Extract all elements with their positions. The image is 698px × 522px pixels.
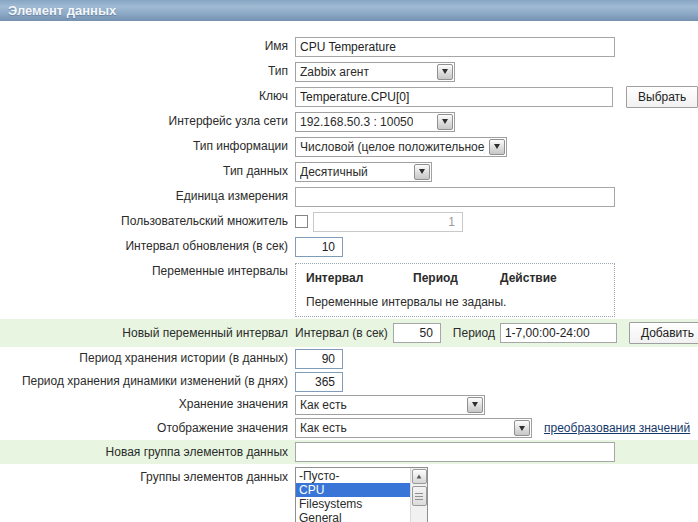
show-value-label: Отображение значения [0, 418, 295, 439]
multiplier-field [313, 212, 463, 232]
row-new-flexible: Новый переменный интервал Интервал (в се… [0, 319, 698, 347]
store-value-label: Хранение значения [0, 394, 295, 415]
name-field[interactable] [295, 37, 615, 57]
trends-label: Период хранения динамики изменений (в дн… [0, 371, 295, 392]
units-field[interactable] [295, 187, 615, 207]
row-flexible-intervals: Переменные интервалы Интервал Период Дей… [0, 259, 698, 319]
history-field[interactable] [295, 349, 343, 369]
row-multiplier: Пользовательский множитель [0, 209, 698, 234]
row-history: Период хранения истории (в данных) [0, 347, 698, 370]
type-select[interactable]: Zabbix агент [295, 62, 455, 82]
new-application-label: Новая группа элементов данных [0, 442, 295, 463]
flexible-intervals-label: Переменные интервалы [0, 261, 295, 282]
item-form: Имя Тип Zabbix агент Ключ Выбрать Интерф… [0, 21, 698, 522]
flex-col-period: Период [413, 271, 500, 285]
applications-listbox[interactable]: -Пусто- CPU Filesystems General Memory [295, 467, 428, 522]
applications-label: Группы элементов данных [0, 467, 295, 488]
scroll-up-icon[interactable] [412, 469, 427, 484]
multiplier-label: Пользовательский множитель [0, 211, 295, 232]
new-interval-sublabel: Интервал (в сек) [295, 323, 388, 343]
key-label: Ключ [0, 86, 295, 107]
row-trends: Период хранения динамики изменений (в дн… [0, 370, 698, 393]
flexible-intervals-box: Интервал Период Действие Переменные инте… [295, 263, 615, 317]
new-interval-field[interactable] [393, 323, 441, 343]
new-period-field[interactable] [500, 323, 617, 343]
units-label: Единица измерения [0, 186, 295, 207]
value-mapping-link[interactable]: преобразования значений [544, 421, 690, 435]
chevron-down-icon [437, 64, 453, 80]
chevron-down-icon [489, 139, 505, 155]
new-flexible-label: Новый переменный интервал [0, 323, 295, 344]
update-interval-field[interactable] [295, 237, 343, 257]
type-label: Тип [0, 61, 295, 82]
add-interval-button[interactable]: Добавить [629, 322, 698, 344]
listbox-option-selected[interactable]: CPU [296, 483, 410, 497]
scrollbar-thumb[interactable] [412, 486, 427, 506]
flex-col-interval: Интервал [306, 271, 413, 285]
chevron-down-icon [514, 420, 530, 436]
key-field[interactable] [295, 87, 613, 107]
row-applications: Группы элементов данных -Пусто- CPU File… [0, 464, 698, 522]
chevron-down-icon [437, 114, 453, 130]
row-interface: Интерфейс узла сети 192.168.50.3 : 10050 [0, 109, 698, 134]
data-type-select[interactable]: Десятичный [295, 162, 432, 182]
new-period-sublabel: Период [453, 323, 495, 343]
row-key: Ключ Выбрать [0, 84, 698, 109]
flex-col-action: Действие [500, 271, 557, 285]
listbox-option[interactable]: -Пусто- [296, 469, 410, 483]
info-type-label: Тип информации [0, 136, 295, 157]
listbox-option[interactable]: General [296, 511, 410, 522]
interface-select[interactable]: 192.168.50.3 : 10050 [295, 112, 455, 132]
info-type-select-value: Числовой (целое положительное) [300, 140, 485, 154]
row-store-value: Хранение значения Как есть [0, 393, 698, 416]
listbox-option[interactable]: Filesystems [296, 497, 410, 511]
row-name: Имя [0, 34, 698, 59]
row-units: Единица измерения [0, 184, 698, 209]
data-type-select-value: Десятичный [300, 165, 368, 179]
row-type: Тип Zabbix агент [0, 59, 698, 84]
listbox-scrollbar[interactable] [410, 468, 427, 522]
page-title: Элемент данных [0, 0, 698, 21]
store-value-select[interactable]: Как есть [295, 395, 485, 415]
history-label: Период хранения истории (в данных) [0, 348, 295, 369]
multiplier-checkbox[interactable] [295, 215, 308, 228]
type-select-value: Zabbix агент [300, 65, 369, 79]
store-value-select-value: Как есть [300, 398, 347, 412]
interface-label: Интерфейс узла сети [0, 111, 295, 132]
info-type-select[interactable]: Числовой (целое положительное) [295, 137, 507, 157]
trends-field[interactable] [295, 372, 343, 392]
row-show-value: Отображение значения Как есть преобразов… [0, 416, 698, 440]
show-value-select[interactable]: Как есть [295, 418, 532, 438]
flexible-intervals-empty-message: Переменные интервалы не заданы. [306, 295, 614, 309]
row-info-type: Тип информации Числовой (целое положител… [0, 134, 698, 159]
update-interval-label: Интервал обновления (в сек) [0, 236, 295, 257]
row-new-application: Новая группа элементов данных [0, 440, 698, 464]
select-key-button[interactable]: Выбрать [626, 86, 698, 108]
thumb-grip-icon [415, 493, 423, 500]
chevron-down-icon [467, 397, 483, 413]
new-application-field[interactable] [295, 442, 615, 462]
row-update-interval: Интервал обновления (в сек) [0, 234, 698, 259]
chevron-down-icon [414, 164, 430, 180]
name-label: Имя [0, 36, 295, 57]
interface-select-value: 192.168.50.3 : 10050 [300, 115, 413, 129]
row-data-type: Тип данных Десятичный [0, 159, 698, 184]
data-type-label: Тип данных [0, 161, 295, 182]
show-value-select-value: Как есть [300, 421, 347, 435]
